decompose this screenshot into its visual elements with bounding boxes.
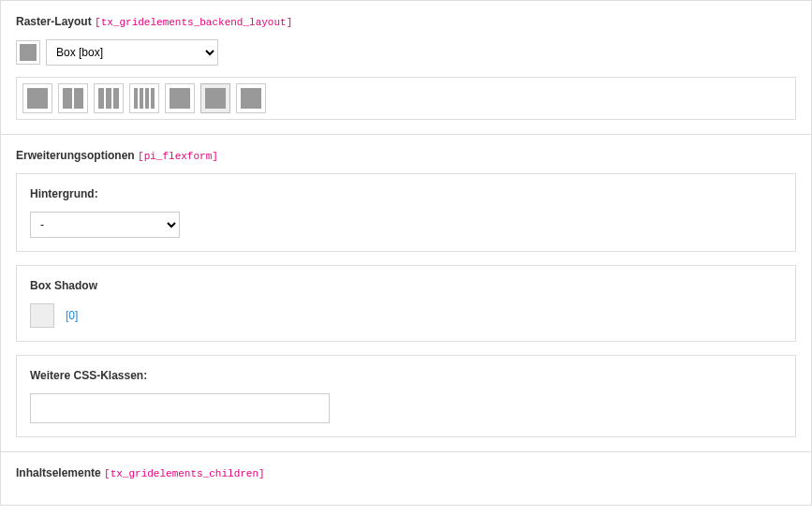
extension-options-code: [pi_flexform] [138,151,218,162]
inhaltselemente-title: Inhaltselemente [tx_gridelements_childre… [16,466,796,479]
hintergrund-label: Hintergrund: [30,187,782,200]
boxshadow-label: Box Shadow [30,279,782,292]
boxshadow-value: [0] [66,309,78,322]
layout-thumb-4col[interactable] [129,83,159,113]
raster-layout-label: Raster-Layout [16,15,92,28]
extension-options-title: Erweiterungsoptionen [pi_flexform] [16,149,796,162]
inhaltselemente-section: Inhaltselemente [tx_gridelements_childre… [1,452,811,505]
layout-thumb-1col[interactable] [22,83,52,113]
boxshadow-checkbox[interactable] [30,303,54,328]
inhaltselemente-code: [tx_gridelements_children] [104,468,265,479]
raster-layout-select[interactable]: Box [box] [46,39,218,66]
layout-icon [16,40,40,65]
layout-thumb-2col[interactable] [58,83,88,113]
css-classes-block: Weitere CSS-Klassen: [16,355,796,437]
extension-options-section: Erweiterungsoptionen [pi_flexform] Hinte… [1,135,811,452]
layout-thumb-3col[interactable] [94,83,124,113]
hintergrund-block: Hintergrund: - [16,173,796,252]
hintergrund-select[interactable]: - [30,212,180,238]
inhaltselemente-label: Inhaltselemente [16,466,101,479]
raster-layout-title: Raster-Layout [tx_gridelements_backend_l… [16,15,796,28]
layout-thumb-box-selected[interactable] [200,83,230,113]
css-classes-label: Weitere CSS-Klassen: [30,369,782,382]
layout-thumbnails-strip [16,77,796,120]
extension-options-label: Erweiterungsoptionen [16,149,135,162]
raster-layout-section: Raster-Layout [tx_gridelements_backend_l… [1,1,811,135]
layout-thumb-box-b[interactable] [236,83,266,113]
css-classes-input[interactable] [30,393,330,423]
layout-thumb-box-a[interactable] [165,83,195,113]
raster-layout-code: [tx_gridelements_backend_layout] [95,17,292,28]
boxshadow-block: Box Shadow [0] [16,265,796,342]
